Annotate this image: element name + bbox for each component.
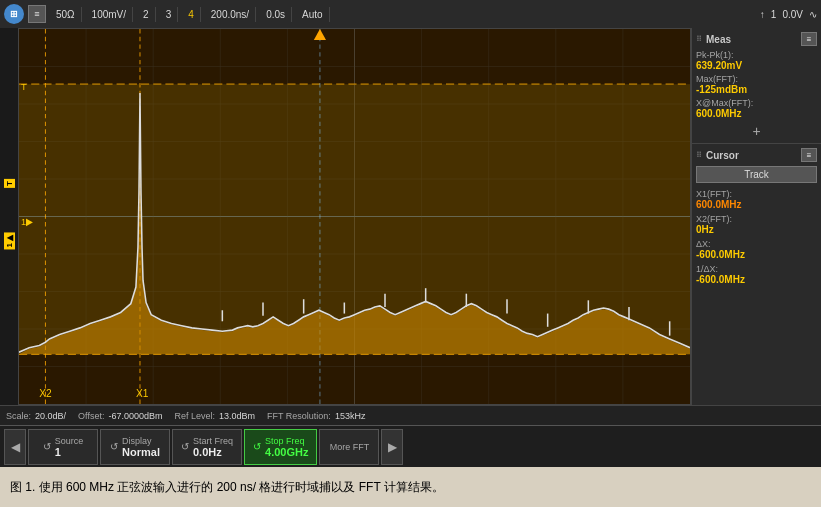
scale-label: Scale: [6,411,31,421]
time-div[interactable]: 200.0ns/ [205,7,256,22]
max-fft-value: -125mdBm [696,84,817,95]
x2-value: 0Hz [696,224,817,235]
bottom-toolbar: ◀ ↺ Source 1 ↺ Display Normal ↺ [0,425,821,467]
status-bar: Scale: 20.0dB/ Offset: -67.0000dBm Ref L… [0,405,821,425]
reflevel-value: 13.0dBm [219,411,255,421]
source-refresh-icon: ↺ [43,441,51,452]
dx-label: ΔX: [696,239,817,249]
cursor-title: ⠿ Cursor [696,150,739,161]
source-value: 1 [55,446,84,458]
reflevel-label: Ref Level: [174,411,215,421]
caption-text: 图 1. 使用 600 MHz 正弦波输入进行的 200 ns/ 格进行时域捕以… [10,479,444,496]
x-at-max-row: X@Max(FFT): 600.0MHz [696,98,817,119]
fft-label: FFT Resolution: [267,411,331,421]
right-panel: ⠿ Meas ≡ Pk-Pk(1): 639.20mV Max(FFT): -1… [691,28,821,405]
display-value: Normal [122,446,160,458]
cursor-title-text: Cursor [706,150,739,161]
inv-dx-row: 1/ΔX: -600.0MHz [696,264,817,285]
oscilloscope-display: ⊞ ≡ 50Ω 100mV/ 2 3 4 200.0ns/ 0.0s Auto … [0,0,821,507]
cursor-menu-btn[interactable]: ≡ [801,148,817,162]
pk-pk-row: Pk-Pk(1): 639.20mV [696,50,817,71]
display-refresh-icon: ↺ [110,441,118,452]
meas-grip: ⠿ [696,35,702,44]
voltage-level: 0.0V [782,9,803,20]
div-3[interactable]: 3 [160,7,179,22]
meas-menu-btn[interactable]: ≡ [801,32,817,46]
dx-value: -600.0MHz [696,249,817,260]
volts-div[interactable]: 100mV/ [86,7,133,22]
pk-pk-label: Pk-Pk(1): [696,50,817,60]
start-freq-refresh-icon: ↺ [181,441,189,452]
pk-pk-value: 639.20mV [696,60,817,71]
stop-freq-group[interactable]: ↺ Stop Freq 4.00GHz [244,429,317,465]
trigger-mode[interactable]: Auto [296,7,330,22]
offset-item: Offset: -67.0000dBm [78,411,162,421]
inv-dx-value: -600.0MHz [696,274,817,285]
inv-dx-label: 1/ΔX: [696,264,817,274]
more-fft-label: More FFT [330,442,370,452]
fft-value: 153kHz [335,411,366,421]
main-area: T 1▶ [0,28,821,405]
svg-text:1▶: 1▶ [21,216,34,227]
left-labels: T 1▶ [0,28,18,405]
menu-button[interactable]: ≡ [28,5,46,23]
start-freq-label: Start Freq [193,436,233,446]
x1-value: 600.0MHz [696,199,817,210]
x1-label: X1(FFT): [696,189,817,199]
max-fft-row: Max(FFT): -125mdBm [696,74,817,95]
stop-freq-refresh-icon: ↺ [253,441,261,452]
start-freq-group[interactable]: ↺ Start Freq 0.0Hz [172,429,242,465]
waveform-display[interactable]: X1 X2 T 1▶ [18,28,691,405]
nav-right-btn[interactable]: ▶ [381,429,403,465]
display-inner: ↺ Display Normal [110,436,160,458]
more-fft-group[interactable]: More FFT [319,429,379,465]
waveform-svg: X1 X2 T 1▶ [19,29,690,404]
svg-text:X1: X1 [136,387,149,399]
stop-freq-inner: ↺ Stop Freq 4.00GHz [253,436,308,458]
track-button[interactable]: Track [696,166,817,183]
stop-freq-value: 4.00GHz [265,446,308,458]
stop-freq-label: Stop Freq [265,436,308,446]
ch-num-2[interactable]: 2 [137,7,156,22]
offset-value: -67.0000dBm [108,411,162,421]
start-freq-value: 0.0Hz [193,446,233,458]
scale-item: Scale: 20.0dB/ [6,411,66,421]
offset-label: Offset: [78,411,104,421]
scale-value: 20.0dB/ [35,411,66,421]
nav-left-btn[interactable]: ◀ [4,429,26,465]
x2-label: X2(FFT): [696,214,817,224]
x1-row: X1(FFT): 600.0MHz [696,189,817,210]
display-label: Display [122,436,160,446]
channel-t-label: T [4,179,15,188]
x2-row: X2(FFT): 0Hz [696,214,817,235]
caption-area: 图 1. 使用 600 MHz 正弦波输入进行的 200 ns/ 格进行时域捕以… [0,467,821,507]
impedance[interactable]: 50Ω [50,7,82,22]
source-group[interactable]: ↺ Source 1 [28,429,98,465]
app-icon: ⊞ [4,4,24,24]
meas-title: ⠿ Meas [696,34,731,45]
start-freq-inner: ↺ Start Freq 0.0Hz [181,436,233,458]
fft-res-item: FFT Resolution: 153kHz [267,411,365,421]
add-meas-btn[interactable]: + [696,123,817,139]
time-offset[interactable]: 0.0s [260,7,292,22]
trigger-icon: ↑ [760,9,765,20]
x-at-max-value: 600.0MHz [696,108,817,119]
measurements-section: ⠿ Meas ≡ Pk-Pk(1): 639.20mV Max(FFT): -1… [692,28,821,144]
display-group[interactable]: ↺ Display Normal [100,429,170,465]
top-toolbar: ⊞ ≡ 50Ω 100mV/ 2 3 4 200.0ns/ 0.0s Auto … [0,0,821,28]
meas-title-text: Meas [706,34,731,45]
source-label: Source [55,436,84,446]
reflevel-item: Ref Level: 13.0dBm [174,411,255,421]
div-4[interactable]: 4 [182,7,201,22]
wave-icon: ∿ [809,9,817,20]
cursor-section: ⠿ Cursor ≡ Track X1(FFT): 600.0MHz X2(FF… [692,144,821,405]
cursor-grip: ⠿ [696,151,702,160]
dx-row: ΔX: -600.0MHz [696,239,817,260]
source-inner: ↺ Source 1 [43,436,84,458]
meas-header: ⠿ Meas ≡ [696,32,817,46]
svg-text:T: T [21,80,27,91]
channel-1-label: 1▶ [4,232,15,249]
cursor-header: ⠿ Cursor ≡ [696,148,817,162]
ch-num-right: 1 [771,9,777,20]
x-at-max-label: X@Max(FFT): [696,98,817,108]
